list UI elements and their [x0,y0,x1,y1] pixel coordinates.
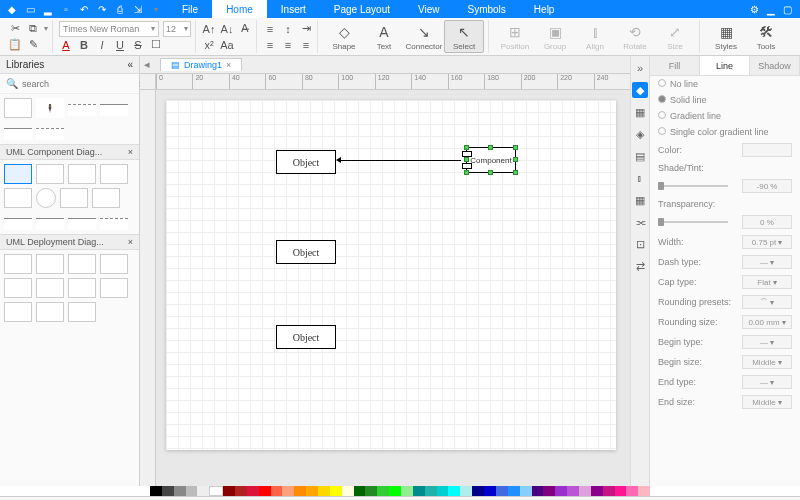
connector-1[interactable] [338,160,461,161]
menu-symbols[interactable]: Symbols [454,0,520,18]
cut-icon[interactable]: ✂ [8,22,22,36]
page[interactable]: Object Component Object Object [166,100,616,450]
comment-icon[interactable]: ⊡ [632,236,648,252]
object-1[interactable]: Object [276,150,336,174]
indent-icon[interactable]: ⇥ [299,22,313,36]
lib-dep-2[interactable] [36,254,64,274]
export-icon[interactable]: ⇲ [132,3,144,15]
align-center-icon[interactable]: ≡ [281,38,295,52]
etype-value[interactable]: —▾ [742,375,792,389]
color-palette[interactable] [150,486,650,496]
align-button[interactable]: ⫿Align [575,20,615,53]
row-gradient[interactable]: Gradient line [650,108,800,124]
menu-insert[interactable]: Insert [267,0,320,18]
lib-dep-11[interactable] [68,302,96,322]
lib-dep-3[interactable] [68,254,96,274]
lib-comp-4[interactable] [100,164,128,184]
menu-home[interactable]: Home [212,0,267,18]
hyperlink-icon[interactable]: ⫘ [632,214,648,230]
lib-comp-line4[interactable] [100,218,128,230]
grow-font-icon[interactable]: A↑ [202,22,216,36]
lib-comp-5[interactable] [4,188,32,208]
tab-fill[interactable]: Fill [650,56,700,75]
image-icon[interactable]: ▦ [632,104,648,120]
new-icon[interactable]: ▭ [24,3,36,15]
menu-page-layout[interactable]: Page Layout [320,0,404,18]
expand-right-icon[interactable]: » [632,60,648,76]
lib-dep-6[interactable] [36,278,64,298]
row-solid[interactable]: Solid line [650,92,800,108]
group-button[interactable]: ▣Group [535,20,575,53]
select-button[interactable]: ↖Select [444,20,484,53]
lib-comp-1[interactable] [4,164,32,184]
tools-button[interactable]: 🛠Tools [746,20,786,53]
maximize-icon[interactable]: ▢ [783,4,792,15]
paste-icon[interactable]: 📋 [8,38,22,52]
lib-dep-1[interactable] [4,254,32,274]
object-3[interactable]: Object [276,325,336,349]
lib-dep-8[interactable] [100,278,128,298]
trans-slider[interactable] [658,221,728,223]
qa-more-icon[interactable]: ▾ [150,3,162,15]
btype-value[interactable]: —▾ [742,335,792,349]
object-2[interactable]: Object [276,240,336,264]
tab-nav-left-icon[interactable]: ◂ [140,58,154,71]
copy-more[interactable]: ▾ [44,24,48,33]
lib-actor[interactable]: 🕴 [36,98,64,118]
lib-dep-5[interactable] [4,278,32,298]
tab-line[interactable]: Line [700,56,750,75]
tab-shadow[interactable]: Shadow [750,56,800,75]
doc-close-icon[interactable]: × [226,60,231,70]
connector-button[interactable]: ↘Connector [404,20,444,53]
redo-icon[interactable]: ↷ [96,3,108,15]
position-button[interactable]: ⊞Position [495,20,535,53]
table-icon[interactable]: ▦ [632,192,648,208]
spacing-icon[interactable]: ↕ [281,22,295,36]
settings-icon[interactable]: ⚙ [750,4,759,15]
styles-button[interactable]: ▦Styles [706,20,746,53]
lib-dep-9[interactable] [4,302,32,322]
case-icon[interactable]: Aa [220,38,234,52]
size-button[interactable]: ⤢Size [655,20,695,53]
print-icon[interactable]: ⎙ [114,3,126,15]
layers-icon[interactable]: ◈ [632,126,648,142]
color-swatch[interactable] [742,143,792,157]
lib-dep-4[interactable] [100,254,128,274]
width-value[interactable]: 0.75 pt▾ [742,235,792,249]
shade-slider[interactable] [658,185,728,187]
undo-icon[interactable]: ↶ [78,3,90,15]
cap-value[interactable]: Flat▾ [742,275,792,289]
doc-tab-drawing1[interactable]: ▤ Drawing1 × [160,58,242,71]
lib-line3[interactable] [4,128,32,140]
menu-file[interactable]: File [168,0,212,18]
rpresets-value[interactable]: ⌒▾ [742,295,792,309]
lib-section-component[interactable]: UML Component Diag...× [0,144,139,160]
format-icon[interactable]: ◆ [632,82,648,98]
bsize-value[interactable]: Middle▾ [742,355,792,369]
page-props-icon[interactable]: ▤ [632,148,648,164]
bullets-icon[interactable]: ≡ [263,22,277,36]
lib-comp-line3[interactable] [68,218,96,230]
align-right-icon[interactable]: ≡ [299,38,313,52]
canvas-viewport[interactable]: Object Component Object Object [156,90,630,486]
lib-section-deployment[interactable]: UML Deployment Diag...× [0,234,139,250]
superscript-icon[interactable]: x² [202,38,216,52]
chart-icon[interactable]: ⫾ [632,170,648,186]
lib-comp-6[interactable] [36,188,56,208]
collapse-left-icon[interactable]: « [127,59,133,70]
lib-comp-8[interactable] [92,188,120,208]
lib-line4[interactable] [36,128,64,140]
component-1[interactable]: Component [466,147,516,173]
menu-view[interactable]: View [404,0,454,18]
clear-format-icon[interactable]: A̶ [238,22,252,36]
lib-line2[interactable] [100,104,128,116]
lib-dep-7[interactable] [68,278,96,298]
lib-comp-2[interactable] [36,164,64,184]
row-single-gradient[interactable]: Single color gradient line [650,124,800,140]
lib-shape[interactable] [4,98,32,118]
align-left-icon[interactable]: ≡ [263,38,277,52]
underline-icon[interactable]: U [113,38,127,52]
strike-icon[interactable]: S [131,38,145,52]
font-size-select[interactable]: 12▾ [163,21,191,37]
menu-help[interactable]: Help [520,0,569,18]
